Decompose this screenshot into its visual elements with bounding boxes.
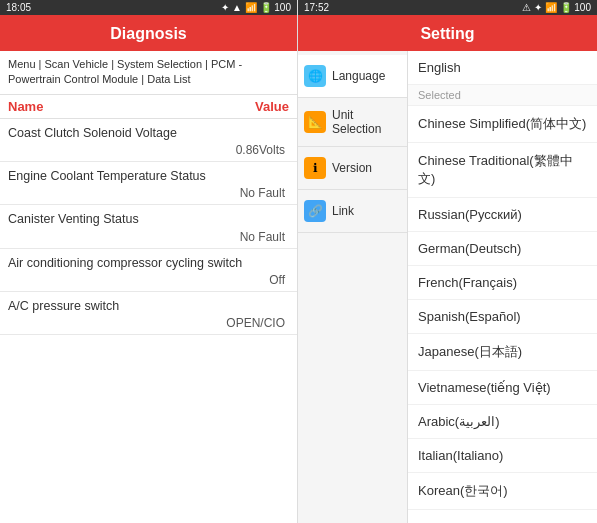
right-panel: 17:52 ⚠ ✦ 📶 🔋 100 Setting 🌐 Language 📐 U… bbox=[298, 0, 597, 523]
table-row[interactable]: Engine Coolant Temperature Status No Fau… bbox=[0, 162, 297, 205]
right-time: 17:52 bbox=[304, 2, 329, 13]
column-headers: Name Value bbox=[0, 95, 297, 119]
menu-item-label: Version bbox=[332, 161, 372, 175]
table-row[interactable]: Canister Venting Status No Fault bbox=[0, 205, 297, 248]
menu-item-label: Unit Selection bbox=[332, 108, 401, 136]
item-name: A/C pressure switch bbox=[8, 298, 289, 314]
left-status-icons: ✦ ▲ 📶 🔋 100 bbox=[221, 2, 291, 13]
item-value: No Fault bbox=[8, 186, 289, 200]
menu-item-label: Language bbox=[332, 69, 385, 83]
language-icon: 🌐 bbox=[304, 65, 326, 87]
item-name: Engine Coolant Temperature Status bbox=[8, 168, 289, 184]
col-name-header: Name bbox=[8, 99, 43, 114]
list-item[interactable]: Chinese Traditional(繁體中文) bbox=[408, 143, 597, 198]
setting-menu: 🌐 Language 📐 Unit Selection ℹ Version 🔗 … bbox=[298, 51, 408, 523]
list-item[interactable]: Chinese Simplified(简体中文) bbox=[408, 106, 597, 143]
setting-content: 🌐 Language 📐 Unit Selection ℹ Version 🔗 … bbox=[298, 51, 597, 523]
left-title: Diagnosis bbox=[0, 15, 297, 51]
breadcrumb: Menu | Scan Vehicle | System Selection |… bbox=[0, 51, 297, 95]
left-status-bar: 18:05 ✦ ▲ 📶 🔋 100 bbox=[0, 0, 297, 15]
sidebar-item-version[interactable]: ℹ Version bbox=[298, 147, 407, 190]
sidebar-item-unit-selection[interactable]: 📐 Unit Selection bbox=[298, 98, 407, 147]
table-row[interactable]: A/C pressure switch OPEN/CIO bbox=[0, 292, 297, 335]
setting-options: EnglishSelectedChinese Simplified(简体中文)C… bbox=[408, 51, 597, 523]
left-panel: 18:05 ✦ ▲ 📶 🔋 100 Diagnosis Menu | Scan … bbox=[0, 0, 298, 523]
right-title: Setting bbox=[298, 15, 597, 51]
list-item[interactable]: Spanish(Español) bbox=[408, 300, 597, 334]
item-name: Coast Clutch Solenoid Voltage bbox=[8, 125, 289, 141]
list-item[interactable]: German(Deutsch) bbox=[408, 232, 597, 266]
list-item: Selected bbox=[408, 85, 597, 106]
table-row[interactable]: Air conditioning compressor cycling swit… bbox=[0, 249, 297, 292]
list-item[interactable]: Russian(Русский) bbox=[408, 198, 597, 232]
list-item[interactable]: French(Français) bbox=[408, 266, 597, 300]
item-value: 0.86Volts bbox=[8, 143, 289, 157]
item-name: Air conditioning compressor cycling swit… bbox=[8, 255, 289, 271]
list-item[interactable]: English bbox=[408, 51, 597, 85]
data-list: Coast Clutch Solenoid Voltage 0.86Volts … bbox=[0, 119, 297, 523]
item-value: OPEN/CIO bbox=[8, 316, 289, 330]
item-value: No Fault bbox=[8, 230, 289, 244]
sidebar-item-language[interactable]: 🌐 Language bbox=[298, 55, 407, 98]
item-name: Canister Venting Status bbox=[8, 211, 289, 227]
col-value-header: Value bbox=[255, 99, 289, 114]
link-icon: 🔗 bbox=[304, 200, 326, 222]
right-status-bar: 17:52 ⚠ ✦ 📶 🔋 100 bbox=[298, 0, 597, 15]
list-item[interactable]: Japanese(日本語) bbox=[408, 334, 597, 371]
left-time: 18:05 bbox=[6, 2, 31, 13]
list-item[interactable]: Korean(한국어) bbox=[408, 473, 597, 510]
right-status-icons: ⚠ ✦ 📶 🔋 100 bbox=[522, 2, 591, 13]
version-icon: ℹ bbox=[304, 157, 326, 179]
list-item[interactable]: Arabic(العربية) bbox=[408, 405, 597, 439]
unit-icon: 📐 bbox=[304, 111, 326, 133]
menu-item-label: Link bbox=[332, 204, 354, 218]
sidebar-item-link[interactable]: 🔗 Link bbox=[298, 190, 407, 233]
list-item[interactable]: Vietnamese(tiếng Việt) bbox=[408, 371, 597, 405]
table-row[interactable]: Coast Clutch Solenoid Voltage 0.86Volts bbox=[0, 119, 297, 162]
list-item[interactable]: Italian(Italiano) bbox=[408, 439, 597, 473]
item-value: Off bbox=[8, 273, 289, 287]
